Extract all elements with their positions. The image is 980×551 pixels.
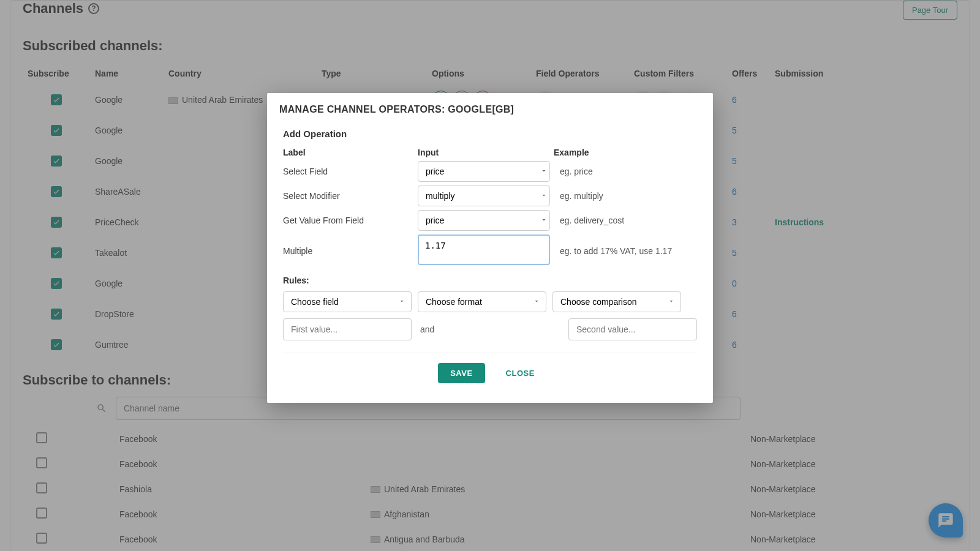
rules-title: Rules:: [283, 276, 697, 285]
select-value-field[interactable]: price: [418, 210, 550, 231]
multiple-input[interactable]: [418, 234, 550, 265]
modal-title: MANAGE CHANNEL OPERATORS: GOOGLE[GB]: [267, 93, 713, 124]
select-modifier[interactable]: multiply: [418, 186, 550, 206]
close-button[interactable]: CLOSE: [499, 363, 542, 383]
modal-overlay: MANAGE CHANNEL OPERATORS: GOOGLE[GB] Add…: [0, 0, 980, 551]
select-field[interactable]: price: [418, 161, 550, 182]
manage-operators-modal: MANAGE CHANNEL OPERATORS: GOOGLE[GB] Add…: [267, 93, 713, 403]
rule-field-select[interactable]: Choose field: [283, 291, 412, 312]
rule-comparison-select[interactable]: Choose comparison: [552, 291, 681, 312]
save-button[interactable]: SAVE: [438, 363, 484, 383]
first-value-input[interactable]: [283, 318, 412, 340]
second-value-input[interactable]: [568, 318, 697, 340]
add-operation-title: Add Operation: [283, 129, 697, 139]
rule-format-select[interactable]: Choose format: [418, 291, 546, 312]
